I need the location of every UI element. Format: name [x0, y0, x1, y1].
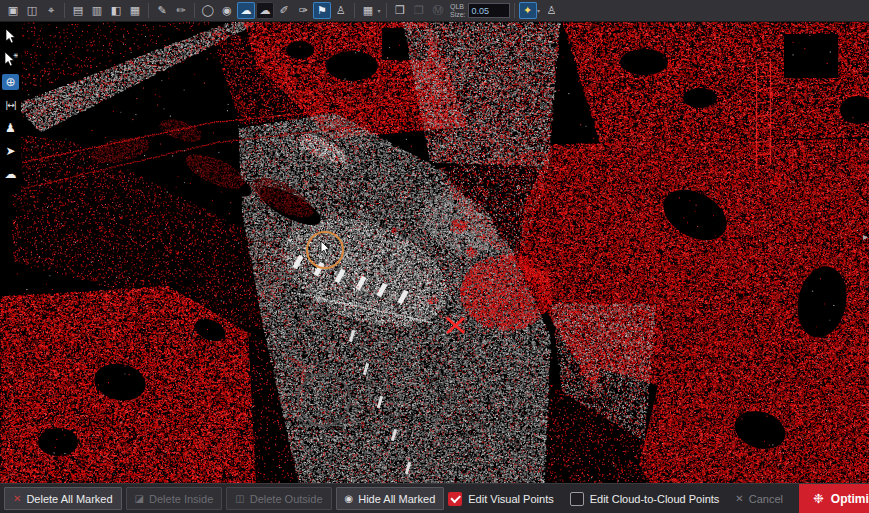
ellipse-select-icon[interactable]: ◯: [199, 2, 217, 19]
cloud-points-icon[interactable]: ☁: [256, 2, 274, 19]
edit-visual-points-option[interactable]: Edit Visual Points: [448, 492, 553, 506]
scan-position-icon[interactable]: ♙: [332, 2, 350, 19]
grid-options-icon[interactable]: ▦: [359, 2, 377, 19]
toolbar-separator: [148, 3, 149, 18]
delete-all-marked-label: Delete All Marked: [26, 493, 112, 505]
cancel-button[interactable]: ✕ Cancel: [735, 493, 783, 505]
mouse-cursor-icon: [320, 241, 331, 256]
image-view-icon[interactable]: ◧: [107, 2, 125, 19]
toolbar-group-laser: ✦ ▾ ♙: [519, 2, 561, 19]
delete-outside-icon: ◫: [235, 493, 244, 504]
pano-view-tool[interactable]: ♟: [2, 120, 19, 136]
grid-dropdown-caret-icon[interactable]: ▾: [376, 7, 382, 14]
edit-cloud-to-cloud-option[interactable]: Edit Cloud-to-Cloud Points: [570, 492, 720, 506]
toolbar-separator: [64, 3, 65, 18]
pan-tool[interactable]: ⊕: [2, 74, 19, 90]
box-3d-icon[interactable]: ❒: [391, 2, 409, 19]
hide-all-marked-label: Hide All Marked: [358, 493, 435, 505]
hide-marked-eye-icon: ◉: [345, 493, 354, 504]
edit-visual-points-label: Edit Visual Points: [468, 493, 553, 505]
navigate-tool[interactable]: ➤: [2, 143, 19, 159]
optimize-bundle-label: Optimize Bundle: [831, 492, 869, 506]
delete-outside-button[interactable]: ◫ Delete Outside: [226, 487, 331, 510]
bottom-bar: ✕ Delete All Marked ◪ Delete Inside ◫ De…: [0, 483, 869, 513]
toolbar-separator: [354, 3, 355, 18]
qlb-size-input[interactable]: 0.05: [468, 3, 510, 18]
left-toolbar: ✳ ⊕ |↔| ♟ ➤ ☁: [0, 22, 21, 194]
camera-capture-icon[interactable]: ▣: [4, 2, 22, 19]
laser-highlight-icon[interactable]: ✦: [519, 2, 537, 19]
hide-all-marked-button[interactable]: ◉ Hide All Marked: [336, 487, 445, 510]
toolbar-separator: [194, 3, 195, 18]
point-cloud-viewport[interactable]: [0, 22, 869, 483]
marker-pen-icon[interactable]: ✎: [153, 2, 171, 19]
point-select-icon[interactable]: ◉: [218, 2, 236, 19]
optimize-bundle-icon: ❉: [813, 491, 824, 506]
delete-inside-label: Delete Inside: [149, 493, 213, 505]
qlb-size-label: QLB Size:: [450, 3, 466, 18]
laser-dropdown-caret-icon[interactable]: ▾: [536, 7, 542, 14]
split-view-icon[interactable]: ▥: [88, 2, 106, 19]
toolbar-group-select-cloud: ◯ ◉ ☁ ☁ ✐ ✑ ⚑ ♙: [199, 2, 350, 19]
toolbar-separator: [386, 3, 387, 18]
select-marked-tool[interactable]: ✳: [2, 51, 19, 67]
qlb-size-label-line1: QLB: [450, 3, 466, 11]
delete-inside-icon: ◪: [135, 493, 144, 504]
select-tool[interactable]: [2, 28, 19, 44]
cancel-label: Cancel: [749, 493, 783, 505]
stylus-icon[interactable]: ✑: [294, 2, 312, 19]
delete-marked-icon: ✕: [13, 493, 21, 504]
video-capture-icon[interactable]: ◫: [23, 2, 41, 19]
box-merge-icon[interactable]: Ⓜ: [429, 2, 447, 19]
walk-mode-icon[interactable]: ♙: [543, 2, 561, 19]
cursor-icon: [5, 29, 16, 44]
cloud-sync-icon[interactable]: ☁: [237, 2, 255, 19]
qlb-size-field: QLB Size: 0.05: [450, 3, 510, 18]
edit-visual-points-checkbox[interactable]: [448, 492, 462, 506]
box-export-icon[interactable]: ❐: [410, 2, 428, 19]
svg-text:✳: ✳: [13, 52, 18, 60]
edit-cloud-to-cloud-label: Edit Cloud-to-Cloud Points: [590, 493, 720, 505]
toolbar-group-draw: ✎ ✏: [153, 2, 190, 19]
toolbar-group-grid: ▦ ▾: [359, 2, 382, 19]
expand-panel-chevron-icon[interactable]: ▸: [863, 231, 868, 242]
qlb-size-label-line2: Size:: [450, 11, 466, 19]
cancel-x-icon: ✕: [735, 493, 743, 504]
optimize-bundle-button[interactable]: ❉ Optimize Bundle: [799, 484, 869, 513]
edit-cloud-to-cloud-checkbox[interactable]: [570, 492, 584, 506]
toolbar-group-box: ❒ ❐ Ⓜ QLB Size: 0.05: [391, 2, 510, 19]
toolbar-group-capture: ▣ ◫ ⌖: [4, 2, 60, 19]
toolbar-group-views: ▤ ▥ ◧ ▦: [69, 2, 144, 19]
location-pin-icon[interactable]: ⚑: [313, 2, 331, 19]
draw-pen-icon[interactable]: ✏: [172, 2, 190, 19]
zoom-region-icon[interactable]: ⌖: [42, 2, 60, 19]
top-toolbar: ▣ ◫ ⌖ ▤ ▥ ◧ ▦ ✎ ✏ ◯ ◉ ☁ ☁ ✐ ✑ ⚑ ♙ ▦: [0, 0, 869, 22]
cursor-star-icon: ✳: [4, 52, 18, 67]
toolbar-separator: [514, 3, 515, 18]
delete-outside-label: Delete Outside: [250, 493, 323, 505]
edit-options-group: Edit Visual Points Edit Cloud-to-Cloud P…: [448, 492, 719, 506]
brush-icon[interactable]: ✐: [275, 2, 293, 19]
point-cloud-editor-window: ▣ ◫ ⌖ ▤ ▥ ◧ ▦ ✎ ✏ ◯ ◉ ☁ ☁ ✐ ✑ ⚑ ♙ ▦: [0, 0, 869, 513]
table-view-icon[interactable]: ▦: [126, 2, 144, 19]
delete-all-marked-button[interactable]: ✕ Delete All Marked: [4, 487, 122, 510]
photo-view-icon[interactable]: ▤: [69, 2, 87, 19]
delete-inside-button[interactable]: ◪ Delete Inside: [126, 487, 223, 510]
cloud-view-tool[interactable]: ☁: [2, 166, 19, 182]
measure-tool[interactable]: |↔|: [2, 97, 19, 113]
